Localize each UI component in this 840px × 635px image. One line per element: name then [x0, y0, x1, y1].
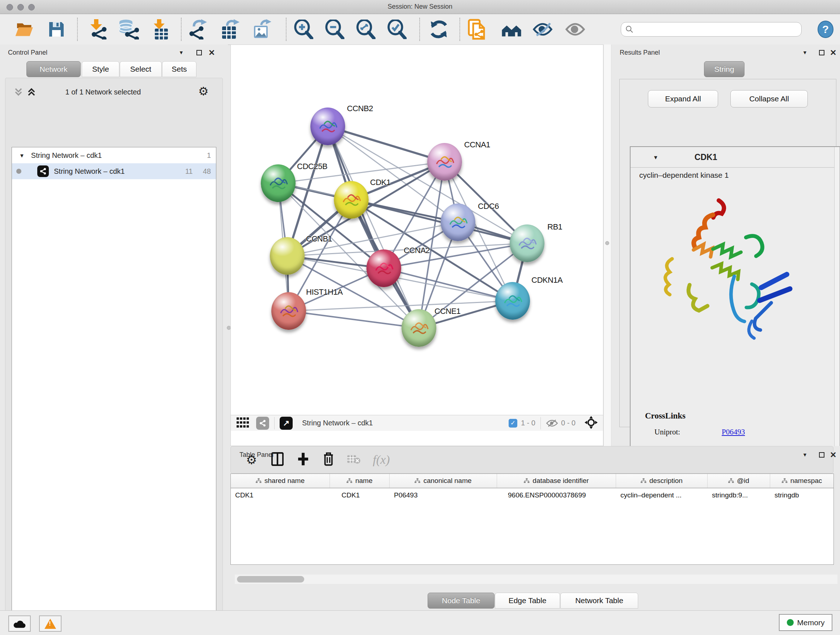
- export-table-button[interactable]: [221, 19, 240, 40]
- tab-network-table[interactable]: Network Table: [561, 593, 638, 608]
- node-table[interactable]: shared name name canonical name database…: [231, 473, 834, 565]
- close-panel-icon[interactable]: ✕: [208, 48, 215, 57]
- column-header[interactable]: @id: [707, 474, 770, 488]
- network-node-ccnb2[interactable]: [310, 108, 345, 145]
- network-node-hist1h1a[interactable]: [271, 292, 306, 330]
- network-collection-label: String Network – cdk1: [31, 151, 102, 160]
- delete-column-trash-icon[interactable]: [323, 452, 334, 468]
- export-image-button[interactable]: [253, 19, 271, 40]
- open-session-button[interactable]: [15, 19, 35, 40]
- zoom-fit-button[interactable]: [356, 19, 376, 40]
- column-header[interactable]: name: [330, 474, 390, 488]
- close-panel-icon[interactable]: ✕: [830, 48, 836, 57]
- zoom-selected-button[interactable]: [387, 19, 407, 40]
- protein-header-row[interactable]: ▼ CDK1: [630, 147, 840, 168]
- tree-row-collection[interactable]: ▼ String Network – cdk1 1: [12, 147, 216, 163]
- panel-menu-icon[interactable]: ▼: [179, 50, 184, 55]
- network-label: String Network – cdk1: [54, 167, 125, 176]
- expand-all-tree-icon[interactable]: [27, 87, 36, 98]
- crosslink-link-uniprot[interactable]: P06493: [722, 428, 745, 437]
- clone-network-button[interactable]: [467, 19, 487, 40]
- search-input[interactable]: [621, 22, 802, 36]
- toolbar-separator: [181, 18, 182, 41]
- network-node-cdc6[interactable]: [441, 203, 475, 241]
- node-label-cdkn1a: CDKN1A: [531, 276, 562, 285]
- collapse-all-tree-icon[interactable]: [14, 87, 23, 98]
- tree-row-network[interactable]: String Network – cdk1 11 48: [12, 163, 216, 179]
- panel-menu-icon[interactable]: ▼: [802, 50, 807, 55]
- open-in-new-window-icon[interactable]: ↗: [279, 417, 293, 430]
- warning-status-button[interactable]: [39, 616, 62, 632]
- create-column-icon[interactable]: [297, 452, 309, 467]
- close-panel-icon[interactable]: ✕: [830, 450, 836, 460]
- column-header[interactable]: canonical name: [390, 474, 497, 488]
- network-share-icon[interactable]: [256, 417, 269, 430]
- network-node-ccne1[interactable]: [401, 309, 436, 347]
- network-node-ccna2[interactable]: [366, 249, 401, 287]
- protein-structure-thumbnail: [334, 181, 369, 219]
- tab-style[interactable]: Style: [82, 61, 119, 77]
- network-canvas[interactable]: CCNB2CCNA1CDC25BCDK1CDC6RB1CCNB1CCNA2CDK…: [231, 48, 603, 415]
- tab-sets[interactable]: Sets: [162, 61, 196, 77]
- protein-structure-thumbnail: [366, 249, 401, 287]
- memory-button[interactable]: Memory: [779, 614, 832, 631]
- column-header[interactable]: description: [616, 474, 707, 488]
- protein-structure-thumbnail: [441, 203, 475, 241]
- network-options-gear-icon[interactable]: ⚙: [198, 84, 209, 98]
- refresh-view-button[interactable]: [429, 19, 448, 40]
- zoom-fit-icon: [356, 19, 376, 39]
- import-network-from-database-button[interactable]: [118, 19, 139, 40]
- birds-eye-view-icon[interactable]: [584, 416, 598, 431]
- zoom-in-icon: [294, 19, 313, 39]
- hide-selected-button[interactable]: [532, 19, 553, 40]
- table-row[interactable]: CDK1 CDK1 P06493 9606.ENSP00000378699 cy…: [231, 488, 834, 502]
- network-node-cdc25b[interactable]: [261, 165, 295, 202]
- table-horizontal-scrollbar[interactable]: [235, 575, 837, 584]
- grid-view-icon[interactable]: [237, 417, 249, 429]
- tab-string[interactable]: String: [704, 61, 745, 77]
- selected-checkbox-icon[interactable]: ✓: [508, 419, 517, 428]
- tab-network[interactable]: Network: [27, 61, 81, 77]
- float-panel-icon[interactable]: [819, 452, 824, 458]
- results-scrollbar[interactable]: [834, 147, 840, 452]
- help-button[interactable]: ?: [818, 21, 834, 38]
- network-node-cdkn1a[interactable]: [495, 282, 530, 320]
- tab-select[interactable]: Select: [120, 61, 162, 77]
- right-splitter-handle[interactable]: [605, 241, 609, 245]
- zoom-in-button[interactable]: [294, 19, 313, 40]
- collapse-all-button[interactable]: Collapse All: [730, 90, 808, 108]
- network-node-ccna1[interactable]: [427, 143, 462, 181]
- hierarchy-icon: [782, 478, 788, 483]
- protein-structure-thumbnail: [401, 309, 436, 347]
- show-all-button[interactable]: [565, 19, 585, 40]
- float-panel-icon[interactable]: [196, 50, 202, 55]
- collection-count: 1: [207, 151, 211, 160]
- expand-all-button[interactable]: Expand All: [648, 90, 718, 108]
- right-splitter[interactable]: [603, 44, 611, 446]
- network-node-ccnb1[interactable]: [270, 237, 305, 275]
- node-label-ccna2: CCNA2: [404, 246, 430, 255]
- scrollbar-thumb[interactable]: [237, 576, 304, 583]
- import-network-button[interactable]: [89, 19, 108, 40]
- save-session-button[interactable]: [48, 19, 65, 40]
- delete-table-icon[interactable]: [347, 454, 360, 466]
- tab-node-table[interactable]: Node Table: [428, 593, 494, 608]
- cloud-status-button[interactable]: [8, 616, 31, 632]
- column-header[interactable]: shared name: [231, 474, 330, 488]
- network-node-rb1[interactable]: [510, 225, 545, 262]
- zoom-out-button[interactable]: [325, 19, 344, 40]
- column-header[interactable]: database identifier: [497, 474, 616, 488]
- column-header[interactable]: namespac: [770, 474, 834, 488]
- network-tree: ▼ String Network – cdk1 1 String Network…: [11, 147, 216, 635]
- collapse-protein-icon[interactable]: ▼: [653, 154, 658, 160]
- tab-edge-table[interactable]: Edge Table: [495, 593, 560, 608]
- network-node-cdk1[interactable]: [334, 181, 369, 219]
- export-network-button[interactable]: [189, 19, 208, 40]
- first-neighbors-button[interactable]: [501, 19, 523, 40]
- float-panel-icon[interactable]: [819, 50, 824, 55]
- function-builder-icon[interactable]: f(x): [373, 453, 390, 467]
- tree-expander-icon[interactable]: ▼: [19, 152, 25, 158]
- protein-result-card: ▼ CDK1 cyclin–dependent kinase 1: [630, 146, 840, 453]
- panel-menu-icon[interactable]: ▼: [802, 452, 807, 458]
- import-table-button[interactable]: [152, 19, 171, 40]
